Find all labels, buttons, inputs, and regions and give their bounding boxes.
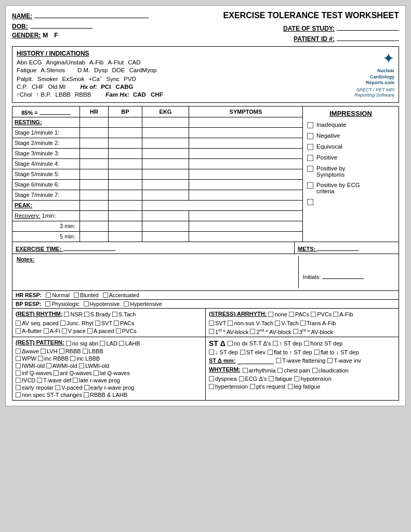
rhythm-nsr[interactable]: NSR	[64, 311, 82, 317]
pat-inclbbb[interactable]: inc LBBB	[70, 355, 100, 362]
pat-early-repol[interactable]: early repolar	[16, 384, 54, 391]
s5-hr[interactable]	[80, 169, 109, 179]
stress-trans-afib[interactable]: Trans A-Fib	[300, 320, 336, 326]
pat-wpw[interactable]: WPW	[16, 355, 36, 362]
stress-pacs[interactable]: PACs	[289, 311, 309, 317]
s3-hr[interactable]	[80, 148, 109, 158]
rec5-hr[interactable]	[80, 231, 109, 242]
negative-checkbox[interactable]	[307, 133, 313, 139]
rec3-hr[interactable]	[80, 221, 109, 231]
s6-ekg[interactable]	[142, 179, 189, 190]
stress-av3[interactable]: 3rd º AV-block	[293, 328, 333, 335]
pat-awmi[interactable]: AWMI-old	[46, 363, 77, 369]
rhythm-av-seq[interactable]: AV seq. paced	[16, 320, 59, 326]
s3-bp[interactable]	[109, 148, 142, 158]
pat-twave[interactable]: T-wave def	[37, 377, 71, 383]
hr-resp-blunted[interactable]: Blunted	[74, 292, 99, 298]
pat-antq[interactable]: ant Q-waves	[54, 370, 92, 376]
s2-hr[interactable]	[80, 138, 109, 148]
stress-svt[interactable]: SVT	[209, 320, 226, 326]
rhythm-pacs[interactable]: PACs	[114, 320, 134, 326]
s1-hr[interactable]	[80, 127, 109, 138]
equivocal-checkbox[interactable]	[307, 144, 313, 150]
s7-ekg[interactable]	[142, 190, 189, 200]
rec5-symptoms[interactable]	[189, 231, 303, 242]
hr-resp-normal[interactable]: Normal	[46, 292, 70, 298]
pat-incrbbb[interactable]: inc RBBB	[38, 355, 69, 362]
peak-bp[interactable]	[109, 200, 142, 210]
st-twave-inv[interactable]: T-wave inv	[327, 357, 361, 364]
resting-ekg[interactable]	[142, 117, 189, 127]
s4-symptoms[interactable]	[189, 158, 303, 169]
bp-resp-hypotensive[interactable]: Hypotensive	[84, 301, 120, 307]
exercise-time-input[interactable]	[63, 244, 115, 251]
rhythm-stach[interactable]: S.Tach	[112, 311, 136, 317]
positive-checkbox[interactable]	[307, 155, 313, 161]
impression-positive-ecg[interactable]: Positive by ECGcriteria	[307, 182, 394, 194]
patient-id-input[interactable]	[337, 34, 399, 41]
bp-resp-hypertensive[interactable]: Hypertensive	[124, 301, 162, 307]
st-mm-input[interactable]	[237, 357, 274, 364]
s7-symptoms[interactable]	[189, 190, 303, 200]
impression-blank[interactable]	[307, 198, 394, 205]
date-study-input[interactable]	[337, 23, 399, 31]
why-arrhythmia[interactable]: arrhythmia	[243, 367, 276, 374]
why-hypotension[interactable]: hypotension	[294, 376, 331, 382]
rhythm-aflutter[interactable]: A-flutter	[16, 328, 42, 334]
rhythm-afi[interactable]: A-Fi	[44, 328, 60, 334]
s5-bp[interactable]	[109, 169, 142, 179]
pat-rbbb-lahb[interactable]: RBBB & LAHB	[84, 392, 127, 398]
rhythm-apaced[interactable]: A paced	[87, 328, 114, 334]
why-pt-request[interactable]: pt's request	[250, 383, 286, 390]
why-ecg[interactable]: ECG Δ's	[239, 376, 267, 382]
pat-iwmi[interactable]: IWMI-old	[16, 363, 45, 369]
impression-negative[interactable]: Negative	[307, 132, 394, 139]
rec3-symptoms[interactable]	[189, 221, 303, 231]
stress-nonsus-vtach[interactable]: non-sus V-Tach	[228, 320, 273, 326]
name-input[interactable]	[34, 11, 149, 18]
s3-ekg[interactable]	[142, 148, 189, 158]
s1-symptoms[interactable]	[189, 127, 303, 138]
peak-hr[interactable]	[80, 200, 109, 210]
rhythm-svt[interactable]: SVT	[95, 320, 112, 326]
stress-av1[interactable]: 1st º AV-block	[209, 328, 248, 335]
resting-hr[interactable]	[80, 117, 109, 127]
s1-ekg[interactable]	[142, 127, 189, 138]
rec5-ekg[interactable]	[142, 231, 189, 242]
st-elev[interactable]: ST elev	[240, 349, 266, 355]
st-horiz-dep[interactable]: horiz ST dep	[304, 340, 342, 347]
pat-early-r[interactable]: early r-wave prog	[84, 384, 135, 391]
pat-ivcd[interactable]: IVCD	[16, 377, 35, 383]
rec1-hr[interactable]	[80, 210, 109, 221]
pat-nonspec[interactable]: non spec ST-T changes	[16, 392, 82, 398]
s2-bp[interactable]	[109, 138, 142, 148]
stress-av2[interactable]: 2nd º AV-block	[250, 328, 291, 335]
s2-ekg[interactable]	[142, 138, 189, 148]
rec5-bp[interactable]	[109, 231, 142, 242]
why-claudication[interactable]: claudication	[312, 367, 349, 374]
s4-bp[interactable]	[109, 158, 142, 169]
st-twave-flat[interactable]: T-wave flattening	[276, 357, 325, 364]
gender-m[interactable]: M	[43, 32, 48, 39]
s1-bp[interactable]	[109, 127, 142, 138]
s6-symptoms[interactable]	[189, 179, 303, 190]
rec1-symptoms[interactable]	[189, 210, 303, 221]
st-flat-down[interactable]: flat to ↓ ST dep	[314, 349, 359, 355]
s7-hr[interactable]	[80, 190, 109, 200]
st-down-dep[interactable]: ↓ ST dep	[209, 349, 238, 355]
inadequate-checkbox[interactable]	[307, 122, 313, 128]
pat-lahb[interactable]: LAHB	[119, 340, 140, 347]
rec3-ekg[interactable]	[142, 221, 189, 231]
bp-hypotensive-checkbox[interactable]	[84, 301, 89, 307]
s5-symptoms[interactable]	[189, 169, 303, 179]
peak-ekg[interactable]	[142, 200, 303, 210]
bp-physiologic-checkbox[interactable]	[45, 301, 50, 307]
mets-input[interactable]	[317, 244, 359, 251]
rhythm-sbrady[interactable]: S.Brady	[84, 311, 111, 317]
why-chestpain[interactable]: chest pain	[277, 367, 310, 374]
impression-inadequate[interactable]: Inadequate	[307, 122, 394, 128]
why-dyspnea[interactable]: dyspnea	[209, 376, 237, 382]
blank-checkbox[interactable]	[307, 199, 313, 205]
s6-hr[interactable]	[80, 179, 109, 190]
bp-hypertensive-checkbox[interactable]	[124, 301, 129, 307]
